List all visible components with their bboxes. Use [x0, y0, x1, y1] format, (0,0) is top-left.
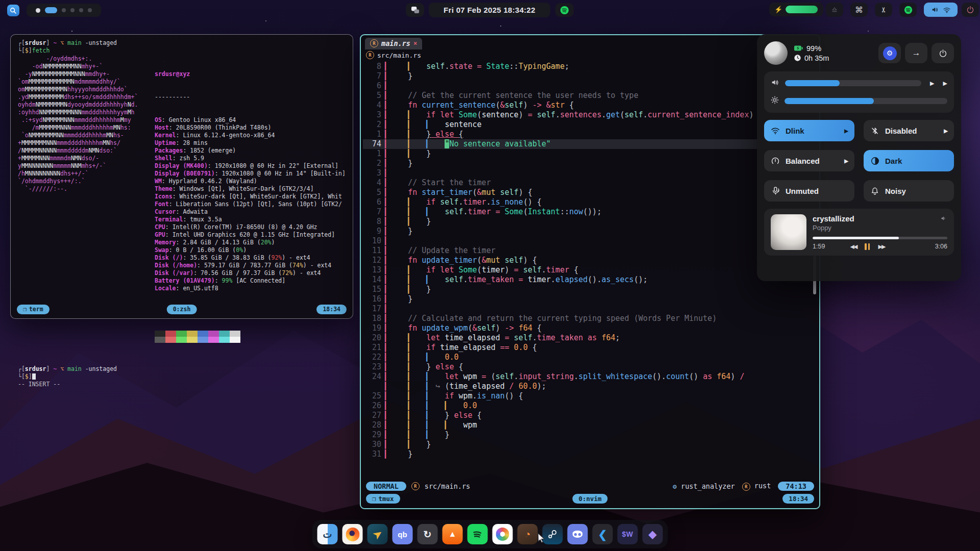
brightness-slider[interactable]	[771, 95, 947, 107]
prompt-input-line[interactable]: └[$]	[18, 373, 346, 381]
code-line[interactable]: 21▎ ▎ if time_elapsed == 0.0 {	[363, 343, 819, 353]
code-line[interactable]: 14▎ ▎ ▎ self.time_taken = timer.elapsed(…	[363, 275, 819, 285]
dock-thunderbird-icon[interactable]: ➤	[368, 524, 388, 544]
code-line[interactable]: 4▎ fn current_sentence(&self) -> &str {	[363, 101, 819, 110]
code-line[interactable]: 11▎ // Update the timer	[363, 246, 819, 256]
workspace-dot-4[interactable]	[70, 8, 75, 12]
code-line[interactable]: 1▎ ▎ } else {	[363, 130, 819, 139]
code-line[interactable]: 29▎ ▎ ▎ }	[363, 430, 819, 440]
code-line[interactable]: 9▎ }	[363, 227, 819, 236]
battery-indicator[interactable]: ⚡	[769, 3, 823, 16]
session-power-button[interactable]	[932, 43, 954, 63]
dock-vscode-icon[interactable]: ❮	[593, 524, 613, 544]
dock-discord-icon[interactable]	[568, 524, 588, 544]
workspace-dot-2[interactable]	[45, 7, 57, 13]
chevron-right-icon[interactable]: ▶	[844, 158, 848, 164]
code-line[interactable]: 5▎ // Get the current sentence the user …	[363, 91, 819, 101]
code-line[interactable]: 16▎ }	[363, 294, 819, 304]
code-line[interactable]: 3▎ ▎ if let Some(sentence) = self.senten…	[363, 110, 819, 120]
code-line[interactable]: 24▎ ▎ ▎ let wpm = (self.input_string.spl…	[363, 372, 819, 382]
code-line[interactable]: 12▎ fn update_timer(&mut self) {	[363, 256, 819, 265]
chevron-right-icon[interactable]: ▶	[944, 128, 948, 134]
toggle-disabled[interactable]: Disabled▶	[864, 120, 954, 141]
workspace-dot-6[interactable]	[88, 8, 92, 12]
code-line[interactable]: 31▎ }	[363, 449, 819, 459]
seek-bar[interactable]	[813, 237, 947, 239]
toggle-unmuted[interactable]: Unmuted	[764, 180, 854, 202]
tmux-window[interactable]: 0:nvim	[572, 494, 607, 504]
code-line[interactable]: 3▎	[363, 168, 819, 178]
play-chevron-icon[interactable]: ▶	[943, 80, 947, 87]
notifications-button[interactable]	[406, 3, 424, 17]
code-line[interactable]: 17▎	[363, 304, 819, 314]
code-line[interactable]: 28▎ ▎ ▎ ▎ wpm	[363, 420, 819, 430]
buffer-tab[interactable]: R main.rs ×	[365, 38, 422, 49]
power-button[interactable]	[962, 3, 979, 17]
slider-track[interactable]	[785, 98, 947, 104]
code-line[interactable]: 20▎ ▎ let time_elapsed = self.time_taken…	[363, 333, 819, 343]
expand-button[interactable]: →	[905, 43, 927, 63]
eject-tray-button[interactable]	[826, 3, 843, 17]
previous-track-button[interactable]: ◀◀	[850, 243, 857, 250]
code-line[interactable]: 74▎ ▎ ▎ "No sentence available"	[363, 139, 819, 149]
workspace-indicator[interactable]	[27, 4, 101, 17]
dock-appswirl-icon[interactable]: ◔	[518, 524, 538, 544]
workspace-dot-5[interactable]	[79, 8, 83, 12]
code-line[interactable]: 8▎ ▎ self.state = State::TypingGame;	[363, 62, 819, 71]
code-line[interactable]: 22▎ ▎ ▎ 0.0	[363, 353, 819, 362]
code-line[interactable]: 18▎ // Calculate and return the current …	[363, 314, 819, 323]
code-line[interactable]: 7▎ }	[363, 71, 819, 81]
toggle-dark[interactable]: Dark	[864, 150, 954, 171]
pause-button[interactable]	[865, 243, 870, 250]
code-line[interactable]: 19▎ fn update_wpm(&self) -> f64 {	[363, 323, 819, 333]
output-volume-icon[interactable]	[940, 214, 947, 223]
code-line[interactable]: 1▎ ▎ }	[363, 149, 819, 159]
slider-track[interactable]	[785, 80, 921, 86]
dock-wealth-icon[interactable]: $W	[618, 524, 638, 544]
code-line[interactable]: 27▎ ▎ ▎ } else {	[363, 411, 819, 420]
code-line[interactable]: 30▎ ▎ }	[363, 440, 819, 449]
code-line[interactable]: 7▎ ▎ ▎ self.timer = Some(Instant::now())…	[363, 207, 819, 217]
terminal-window[interactable]: ┌[srdusr] ~ ⌥ main -unstaged └[$]fetch -…	[10, 34, 353, 319]
tmux-window[interactable]: 0:zsh	[167, 305, 197, 314]
volume-network-button[interactable]	[924, 3, 958, 17]
toggle-dlink[interactable]: Dlink▶	[764, 120, 854, 141]
clipboard-tray-button[interactable]: ✂	[875, 3, 892, 17]
dock-obsidian-icon[interactable]: ◆	[643, 524, 663, 544]
code-line[interactable]: 13▎ ▎ if let Some(timer) = self.timer {	[363, 265, 819, 275]
code-line[interactable]: 26▎ ▎ ▎ ▎ 0.0	[363, 401, 819, 411]
avatar[interactable]	[764, 41, 788, 65]
play-chevron-icon[interactable]: ▶	[930, 80, 934, 87]
tmux-session-name[interactable]: ❐term	[17, 305, 50, 314]
code-line[interactable]: 23▎ ▎ } else {	[363, 362, 819, 372]
dock-obs-icon[interactable]: ↻	[418, 524, 438, 544]
volume-slider[interactable]: ▶▶	[771, 77, 947, 89]
code-area[interactable]: 8▎ ▎ self.state = State::TypingGame;7▎ }…	[361, 61, 819, 480]
dock-firefox-icon[interactable]	[342, 524, 363, 544]
code-line[interactable]: 6▎ ▎ if self.timer.is_none() {	[363, 197, 819, 207]
search-button[interactable]	[7, 5, 19, 16]
toggle-balanced[interactable]: Balanced▶	[764, 150, 854, 171]
code-line[interactable]: 15▎ ▎ }	[363, 285, 819, 294]
toggle-noisy[interactable]: Noisy	[864, 180, 954, 202]
code-line[interactable]: 25▎ ▎ ▎ if wpm.is_nan() {	[363, 391, 819, 401]
spotify-tray-button[interactable]	[555, 3, 574, 17]
workspace-dot-1[interactable]	[36, 8, 40, 13]
settings-button[interactable]: ⚙	[878, 43, 901, 63]
code-line[interactable]: 10▎	[363, 236, 819, 246]
code-line[interactable]: 8▎ ▎ }	[363, 217, 819, 227]
tmux-session-name[interactable]: ❐tmux	[366, 494, 400, 504]
workspace-dot-3[interactable]	[62, 8, 66, 12]
code-line[interactable]: 2▎ ▎ ▎ sentence	[363, 120, 819, 130]
command-tray-button[interactable]: ⌘	[850, 3, 868, 17]
spotify-tray-icon-button[interactable]	[899, 3, 917, 17]
neovim-window[interactable]: R main.rs × R src/main.rs 8▎ ▎ self.stat…	[360, 34, 820, 509]
dock-finder-icon[interactable]: ت	[317, 524, 338, 544]
code-line[interactable]: ▎ ▎ ▎ ↪ (time_elapsed / 60.0);	[363, 382, 819, 391]
chevron-right-icon[interactable]: ▶	[844, 128, 848, 134]
next-track-button[interactable]: ▶▶	[878, 243, 885, 250]
code-line[interactable]: 6▎	[363, 81, 819, 91]
close-icon[interactable]: ×	[413, 40, 417, 47]
dock-spotify-icon[interactable]	[468, 524, 488, 544]
album-art[interactable]	[771, 214, 806, 250]
